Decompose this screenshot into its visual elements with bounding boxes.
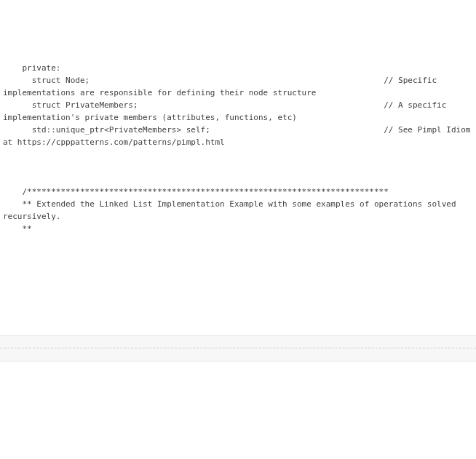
code-line: /***************************************… xyxy=(3,187,389,196)
code-line: struct PrivateMembers; // A specific imp… xyxy=(3,100,451,122)
code-line: private: xyxy=(3,63,60,73)
page-break xyxy=(0,335,476,362)
code-line: ** xyxy=(3,224,32,234)
code-block-top: private: struct Node; // Specific implem… xyxy=(0,49,476,235)
spacer xyxy=(0,260,476,303)
code-line: std::unique_ptr<PrivateMembers> self; //… xyxy=(3,125,475,147)
code-line: ** Extended the Linked List Implementati… xyxy=(3,199,461,221)
code-line: struct Node; // Specific implementations… xyxy=(3,76,442,97)
spacer xyxy=(0,394,476,459)
